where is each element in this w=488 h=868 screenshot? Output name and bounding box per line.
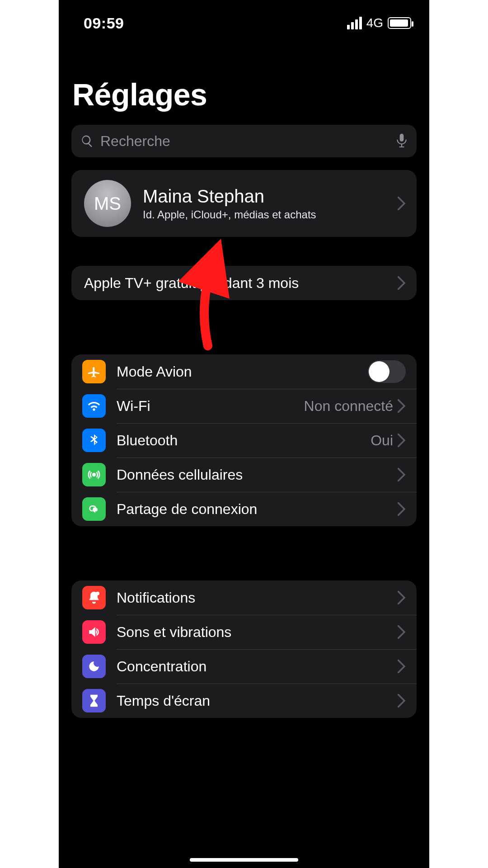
appletv-promo-row[interactable]: Apple TV+ gratuit pendant 3 mois: [71, 266, 417, 300]
wifi-label: Wi-Fi: [117, 398, 304, 415]
hotspot-label: Partage de connexion: [117, 501, 398, 518]
profile-subtitle: Id. Apple, iCloud+, médias et achats: [143, 208, 398, 221]
promo-label: Apple TV+ gratuit pendant 3 mois: [84, 275, 398, 292]
chevron-right-icon: [398, 276, 406, 290]
chevron-right-icon: [398, 197, 406, 210]
home-indicator[interactable]: [190, 858, 298, 862]
svg-point-0: [96, 592, 99, 595]
airplane-toggle[interactable]: [368, 360, 406, 383]
airplane-icon: [82, 360, 106, 383]
screentime-icon: [82, 689, 106, 712]
bluetooth-label: Bluetooth: [117, 432, 371, 449]
profile-group: MS Maina Stephan Id. Apple, iCloud+, méd…: [71, 170, 417, 237]
screentime-row[interactable]: Temps d'écran: [71, 684, 417, 718]
wifi-icon: [82, 394, 106, 418]
hotspot-icon: [82, 497, 106, 521]
notifications-label: Notifications: [117, 590, 398, 606]
bluetooth-icon: [82, 429, 106, 452]
hotspot-row[interactable]: Partage de connexion: [71, 492, 417, 526]
chevron-right-icon: [398, 694, 406, 708]
general-group: Notifications Sons et vibrations Concent…: [71, 580, 417, 718]
page-title: Réglages: [59, 36, 429, 121]
status-indicators: 4G: [347, 16, 411, 30]
dictation-icon[interactable]: [396, 133, 408, 149]
search-input[interactable]: [100, 133, 389, 150]
chevron-right-icon: [398, 468, 406, 481]
avatar: MS: [84, 180, 131, 227]
airplane-label: Mode Avion: [117, 363, 368, 380]
chevron-right-icon: [398, 625, 406, 639]
chevron-right-icon: [398, 399, 406, 413]
chevron-right-icon: [398, 434, 406, 447]
sounds-icon: [82, 620, 106, 644]
cellular-label: Données cellulaires: [117, 467, 398, 483]
search-icon: [80, 134, 94, 148]
profile-name: Maina Stephan: [143, 186, 398, 207]
focus-label: Concentration: [117, 658, 398, 675]
cellular-icon: [82, 463, 106, 486]
phone-screen: 09:59 4G Réglages MS Maina Stephan Id. A…: [59, 0, 429, 868]
network-type: 4G: [366, 16, 383, 30]
screentime-label: Temps d'écran: [117, 693, 398, 709]
sounds-row[interactable]: Sons et vibrations: [71, 615, 417, 649]
promo-group: Apple TV+ gratuit pendant 3 mois: [71, 266, 417, 300]
notifications-row[interactable]: Notifications: [71, 580, 417, 615]
chevron-right-icon: [398, 660, 406, 673]
chevron-right-icon: [398, 502, 406, 516]
wifi-row[interactable]: Wi-Fi Non connecté: [71, 389, 417, 423]
apple-id-row[interactable]: MS Maina Stephan Id. Apple, iCloud+, méd…: [71, 170, 417, 237]
focus-icon: [82, 655, 106, 678]
focus-row[interactable]: Concentration: [71, 649, 417, 684]
wifi-value: Non connecté: [304, 398, 393, 415]
cellular-signal-icon: [347, 17, 362, 29]
bluetooth-row[interactable]: Bluetooth Oui: [71, 423, 417, 458]
cellular-row[interactable]: Données cellulaires: [71, 458, 417, 492]
status-bar: 09:59 4G: [59, 0, 429, 36]
chevron-right-icon: [398, 591, 406, 604]
bluetooth-value: Oui: [371, 432, 393, 449]
airplane-mode-row[interactable]: Mode Avion: [71, 354, 417, 389]
sounds-label: Sons et vibrations: [117, 624, 398, 641]
battery-icon: [388, 17, 411, 29]
search-field[interactable]: [71, 125, 417, 157]
status-time: 09:59: [84, 14, 124, 32]
connectivity-group: Mode Avion Wi-Fi Non connecté Bluetooth …: [71, 354, 417, 526]
notifications-icon: [82, 586, 106, 609]
